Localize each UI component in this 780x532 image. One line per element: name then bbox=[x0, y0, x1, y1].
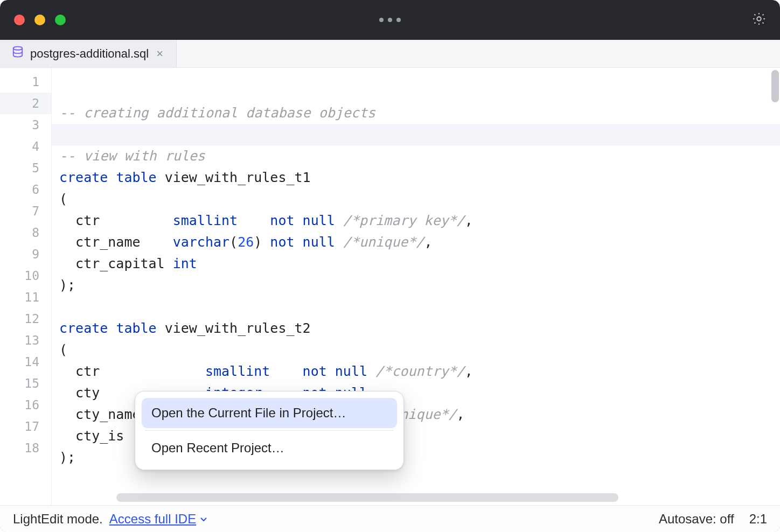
line-number: 14 bbox=[0, 351, 51, 373]
line-number: 5 bbox=[0, 157, 51, 179]
code-line[interactable]: -- view with rules bbox=[52, 145, 780, 167]
line-number: 4 bbox=[0, 136, 51, 157]
popup-separator bbox=[145, 430, 394, 431]
code-line[interactable]: ctr smallint not null /*country*/, bbox=[52, 361, 780, 382]
svg-point-0 bbox=[757, 17, 761, 20]
access-full-ide-link[interactable]: Access full IDE bbox=[109, 512, 208, 527]
settings-button[interactable] bbox=[751, 12, 767, 28]
status-bar: LightEdit mode. Access full IDE Autosave… bbox=[0, 505, 780, 532]
line-number: 13 bbox=[0, 330, 51, 351]
access-full-ide-label: Access full IDE bbox=[109, 512, 196, 527]
editor-area[interactable]: 123456789101112131415161718 -- creating … bbox=[0, 68, 780, 505]
code-line[interactable] bbox=[52, 468, 780, 490]
code-line[interactable] bbox=[52, 124, 780, 145]
popup-item-open-current-file[interactable]: Open the Current File in Project… bbox=[142, 398, 397, 428]
code-line[interactable]: -- creating additional database objects bbox=[52, 102, 780, 124]
autosave-status[interactable]: Autosave: off bbox=[659, 512, 734, 527]
lightedit-mode-label: LightEdit mode. bbox=[13, 512, 103, 527]
cursor-position[interactable]: 2:1 bbox=[749, 512, 767, 527]
title-ellipsis-icon[interactable] bbox=[379, 18, 401, 22]
tab-strip: postgres-additional.sql × bbox=[0, 40, 780, 68]
chevron-down-icon bbox=[199, 512, 208, 527]
line-number: 6 bbox=[0, 179, 51, 200]
line-number: 16 bbox=[0, 394, 51, 416]
zoom-window-button[interactable] bbox=[55, 15, 66, 25]
code-line[interactable]: ); bbox=[52, 275, 780, 296]
code-line[interactable]: ( bbox=[52, 339, 780, 361]
gear-icon bbox=[751, 11, 767, 29]
close-tab-button[interactable]: × bbox=[155, 47, 164, 61]
line-number: 9 bbox=[0, 243, 51, 265]
line-number: 17 bbox=[0, 416, 51, 437]
svg-point-1 bbox=[13, 46, 23, 50]
line-number: 7 bbox=[0, 200, 51, 222]
line-number: 15 bbox=[0, 373, 51, 394]
close-icon: × bbox=[156, 47, 163, 60]
close-window-button[interactable] bbox=[14, 15, 25, 25]
code-line[interactable]: ctr_capital int bbox=[52, 253, 780, 275]
line-number: 2 bbox=[0, 93, 51, 114]
code-line[interactable]: ctr smallint not null /*primary key*/, bbox=[52, 210, 780, 232]
line-number: 12 bbox=[0, 308, 51, 330]
line-number: 10 bbox=[0, 265, 51, 286]
code-line[interactable]: create table view_with_rules_t2 bbox=[52, 318, 780, 339]
popup-item-open-recent-project[interactable]: Open Recent Project… bbox=[142, 433, 397, 463]
line-number-gutter: 123456789101112131415161718 bbox=[0, 68, 52, 505]
tab-filename: postgres-additional.sql bbox=[30, 47, 149, 61]
editor-tab[interactable]: postgres-additional.sql × bbox=[0, 40, 177, 67]
line-number: 8 bbox=[0, 222, 51, 243]
window-controls bbox=[14, 15, 66, 25]
code-line[interactable] bbox=[52, 296, 780, 318]
access-ide-popup: Open the Current File in Project… Open R… bbox=[135, 391, 404, 470]
line-number: 3 bbox=[0, 114, 51, 136]
line-number: 11 bbox=[0, 286, 51, 308]
line-number: 18 bbox=[0, 437, 51, 459]
database-icon bbox=[12, 46, 24, 62]
minimize-window-button[interactable] bbox=[34, 15, 45, 25]
code-line[interactable]: create table view_with_rules_t1 bbox=[52, 167, 780, 188]
horizontal-scrollbar[interactable] bbox=[116, 493, 618, 502]
line-number: 1 bbox=[0, 71, 51, 93]
code-line[interactable]: ( bbox=[52, 188, 780, 210]
code-line[interactable]: ctr_name varchar(26) not null /*unique*/… bbox=[52, 232, 780, 253]
vertical-scrollbar[interactable] bbox=[771, 70, 779, 102]
titlebar bbox=[0, 0, 780, 40]
